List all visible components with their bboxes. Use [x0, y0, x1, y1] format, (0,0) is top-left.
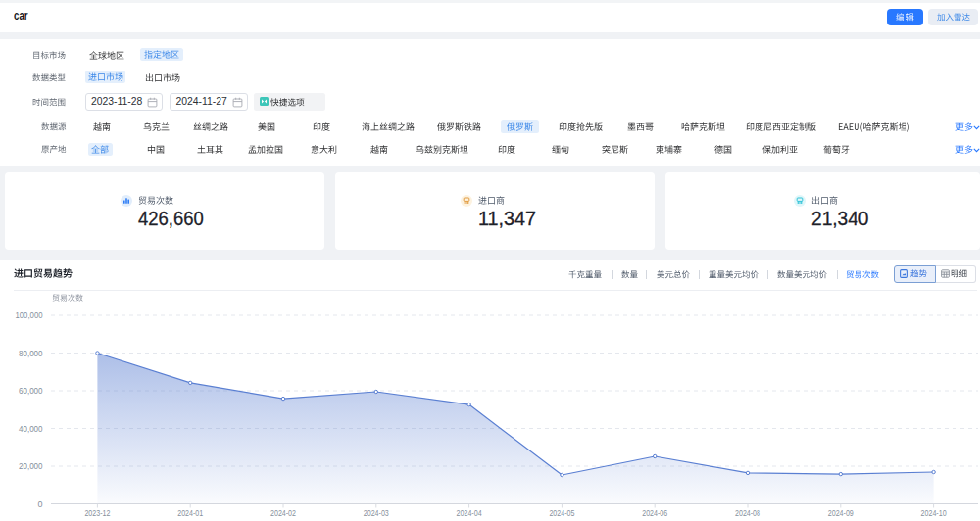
- svg-text:2023-12: 2023-12: [84, 508, 110, 518]
- svg-text:2024-01: 2024-01: [177, 508, 203, 518]
- svg-text:2024-04: 2024-04: [457, 508, 482, 518]
- svg-text:60,000: 60,000: [19, 386, 43, 396]
- svg-text:2024-03: 2024-03: [364, 508, 389, 518]
- svg-text:2024-08: 2024-08: [735, 508, 760, 518]
- svg-text:2024-09: 2024-09: [828, 508, 854, 518]
- svg-text:2024-05: 2024-05: [549, 508, 574, 518]
- svg-text:80,000: 80,000: [19, 349, 43, 358]
- svg-text:100,000: 100,000: [16, 310, 43, 320]
- svg-text:0: 0: [38, 499, 43, 509]
- svg-text:20,000: 20,000: [19, 461, 43, 471]
- svg-text:2024-06: 2024-06: [642, 508, 667, 518]
- svg-text:2024-02: 2024-02: [270, 508, 296, 518]
- svg-text:2024-10: 2024-10: [921, 508, 947, 518]
- svg-text:40,000: 40,000: [19, 424, 43, 434]
